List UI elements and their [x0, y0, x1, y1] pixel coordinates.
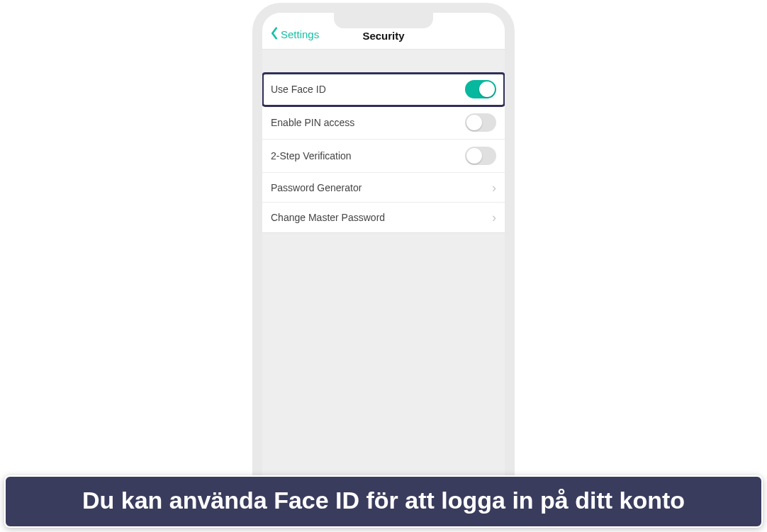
row-two-step-verification[interactable]: 2-Step Verification [262, 140, 505, 173]
back-button[interactable]: Settings [269, 27, 319, 42]
chevron-right-icon: › [492, 211, 496, 224]
row-password-generator[interactable]: Password Generator › [262, 173, 505, 203]
settings-list: Use Face ID Enable PIN access 2-Step Ver… [262, 72, 505, 233]
caption-banner: Du kan använda Face ID för att logga in … [4, 475, 763, 528]
row-label: 2-Step Verification [271, 150, 352, 162]
row-use-face-id[interactable]: Use Face ID [262, 73, 505, 106]
row-label: Change Master Password [271, 212, 385, 223]
caption-text: Du kan använda Face ID för att logga in … [82, 487, 685, 514]
chevron-right-icon: › [492, 181, 496, 194]
toggle-use-face-id[interactable] [465, 80, 496, 98]
toggle-enable-pin[interactable] [465, 113, 496, 132]
row-change-master-password[interactable]: Change Master Password › [262, 203, 505, 232]
back-label: Settings [281, 28, 319, 40]
row-enable-pin[interactable]: Enable PIN access [262, 106, 505, 140]
chevron-left-icon [269, 27, 279, 42]
toggle-knob [466, 148, 482, 164]
toggle-knob [466, 115, 482, 130]
row-label: Password Generator [271, 182, 362, 193]
screen: Settings Security Use Face ID Enable PIN… [262, 13, 505, 480]
phone-notch [334, 11, 433, 28]
row-label: Enable PIN access [271, 117, 354, 128]
section-gap [262, 50, 505, 72]
row-label: Use Face ID [271, 84, 326, 95]
phone-frame: Settings Security Use Face ID Enable PIN… [252, 3, 515, 490]
toggle-knob [479, 81, 495, 97]
toggle-two-step[interactable] [465, 147, 496, 165]
